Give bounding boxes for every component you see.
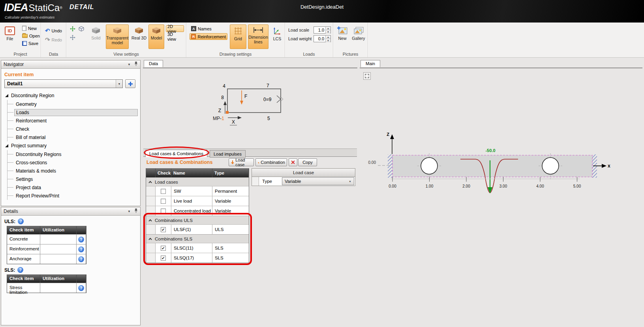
load-weight-down-icon[interactable]: ▼ <box>326 39 330 42</box>
undo-button[interactable]: ↶ Undo <box>43 27 64 34</box>
group-combinations-uls[interactable]: Combinations ULS <box>146 216 249 224</box>
window-title: DetDesign.ideaDet <box>0 4 644 10</box>
help-icon[interactable]: ? <box>78 237 84 242</box>
help-icon[interactable]: ? <box>78 256 84 262</box>
reinforcement-toggle-button[interactable]: R Reinforcement <box>190 33 227 40</box>
load-scale-down-icon[interactable]: ▼ <box>326 30 330 34</box>
table-row-slsq17[interactable]: ✔ SLSQ(17) SLS <box>146 253 249 263</box>
undo-icon: ↶ <box>45 28 50 34</box>
load-scale-up-icon[interactable]: ▲ <box>326 27 330 30</box>
table-row-sw[interactable]: SW Permanent <box>146 186 249 196</box>
type-dropdown[interactable]: Variable ▼ <box>282 177 354 185</box>
table-row: Concrete ? <box>7 234 86 244</box>
table-row-slsc11[interactable]: ✔ SLSC(11) SLS <box>146 243 249 253</box>
names-toggle-button[interactable]: A Names <box>190 25 227 32</box>
open-project-button[interactable]: Open <box>21 32 41 39</box>
move-tool-button[interactable] <box>69 25 76 32</box>
load-weight-value[interactable]: 0.0 <box>314 36 325 42</box>
z-axis-label: Z <box>387 132 389 137</box>
help-icon[interactable]: ? <box>78 246 84 252</box>
checkbox[interactable] <box>161 199 166 204</box>
tree-item-check[interactable]: Check <box>8 125 138 133</box>
plus-icon <box>128 82 133 86</box>
tree-item-reinforcement[interactable]: Reinforcement <box>8 117 138 125</box>
new-picture-button[interactable]: New <box>335 24 350 49</box>
view-2d-button[interactable]: 2D view <box>166 25 184 32</box>
tree-item-discontinuity-regions[interactable]: Discontinuity Regions <box>8 150 138 158</box>
collapse-panel-icon[interactable]: ▼ <box>128 210 131 213</box>
help-icon[interactable]: ? <box>17 267 23 273</box>
current-item-value: Detail1 <box>5 81 116 86</box>
checkbox-checked[interactable]: ✔ <box>161 246 166 251</box>
x-axis-label: x <box>608 163 610 169</box>
model-view-button[interactable]: Model <box>148 24 164 49</box>
group-load-cases[interactable]: Load cases <box>146 177 249 186</box>
solid-view-button[interactable]: Solid <box>88 24 104 49</box>
pin-icon[interactable] <box>134 208 138 214</box>
add-detail-button[interactable] <box>125 79 135 88</box>
current-item-dropdown[interactable]: Detail1 ▼ <box>4 79 123 88</box>
help-icon[interactable]: ? <box>18 218 24 224</box>
svg-text:0.00: 0.00 <box>389 184 396 188</box>
table-row-ulsf1[interactable]: ✔ ULSF(1) ULS <box>146 224 249 234</box>
load-weight-up-icon[interactable]: ▲ <box>326 36 330 39</box>
load-position-sketch[interactable]: 4 7 8 0=9 5 F Z X <box>143 68 357 148</box>
add-combination-button[interactable]: Combination <box>255 158 287 166</box>
structure-view-canvas[interactable]: -50.0 Z x 0.00 <box>360 68 642 325</box>
copy-button[interactable]: Copy <box>298 158 317 166</box>
lcs-toggle-button[interactable]: LCS <box>270 24 284 49</box>
transparent-model-button[interactable]: Transparent model <box>106 24 129 49</box>
real-3d-button[interactable]: Real 3D <box>130 24 148 49</box>
grid-toggle-button[interactable]: Grid <box>230 24 246 49</box>
tab-data[interactable]: Data <box>144 60 163 67</box>
load-cases-table: Check Name Type Load cases SW Permanent <box>146 168 249 263</box>
file-button[interactable]: ID File <box>2 24 17 48</box>
opening-circle <box>542 158 559 174</box>
tab-main[interactable]: Main <box>360 60 380 67</box>
tab-load-impulses[interactable]: Load impulses <box>210 150 246 158</box>
new-project-button[interactable]: New <box>21 25 38 32</box>
gallery-button[interactable]: Gallery <box>351 24 366 49</box>
checkbox-checked[interactable]: ✔ <box>161 227 166 232</box>
pin-icon[interactable] <box>134 61 138 68</box>
checkbox[interactable] <box>161 189 166 194</box>
force-arrowhead <box>240 101 243 105</box>
tree-node-project-summary[interactable]: Project summary <box>1 141 140 150</box>
collapse-panel-icon[interactable]: ▼ <box>128 63 131 66</box>
add-load-case-button[interactable]: Load case <box>229 158 254 166</box>
group-combinations-sls[interactable]: Combinations SLS <box>146 234 249 243</box>
tree-item-report-preview-print[interactable]: Report Preview/Print <box>8 192 138 200</box>
add-load-case-icon <box>231 160 234 165</box>
tree-item-bill-of-material[interactable]: Bill of material <box>8 133 138 141</box>
tree-item-geometry[interactable]: Geometry <box>8 100 138 108</box>
load-weight-stepper[interactable]: 0.0 ▲▼ <box>314 35 331 42</box>
pan-tool-button[interactable] <box>69 34 76 41</box>
cube-view-button[interactable] <box>77 25 85 32</box>
table-row-concentrated-load[interactable]: Concentrated load Variable <box>146 206 249 216</box>
load-scale-value[interactable]: 1.0 <box>314 27 325 33</box>
tree-item-loads[interactable]: Loads <box>8 108 138 117</box>
dimension-lines-toggle-button[interactable]: Dimension lines <box>248 24 268 49</box>
delete-button[interactable]: ✕ <box>289 158 297 166</box>
save-project-button[interactable]: Save <box>21 40 40 47</box>
dropdown-arrow-icon[interactable]: ▼ <box>116 80 122 88</box>
tree-item-project-data[interactable]: Project data <box>8 183 138 192</box>
tree-item-materials-models[interactable]: Materials & models <box>8 167 138 175</box>
save-disk-icon <box>22 41 27 46</box>
tree-node-discontinuity-region[interactable]: Discontinuity Region <box>1 91 140 100</box>
tree-item-settings[interactable]: Settings <box>8 175 138 183</box>
group-label-drawing-settings: Drawing settings <box>186 52 285 56</box>
help-icon[interactable]: ? <box>78 285 84 291</box>
load-case-property-panel: Load case Type Variable ▼ <box>252 168 355 186</box>
table-row-live-load[interactable]: Live load Variable <box>146 196 249 206</box>
checkbox[interactable] <box>161 209 166 214</box>
load-scale-stepper[interactable]: 1.0 ▲▼ <box>314 26 331 34</box>
redo-button[interactable]: ↷ Redo <box>43 36 64 43</box>
tree-item-cross-sections[interactable]: Cross-sections <box>8 158 138 167</box>
col-check: Check <box>156 169 171 177</box>
tab-load-cases-combinations[interactable]: Load cases & Combinations <box>145 150 207 157</box>
view-3d-button[interactable]: 3D view <box>166 33 184 40</box>
checkbox-checked[interactable]: ✔ <box>161 256 166 261</box>
ribbon-group-drawing: A Names R Reinforcement Grid <box>186 23 285 57</box>
zoom-fit-button[interactable] <box>363 72 371 80</box>
